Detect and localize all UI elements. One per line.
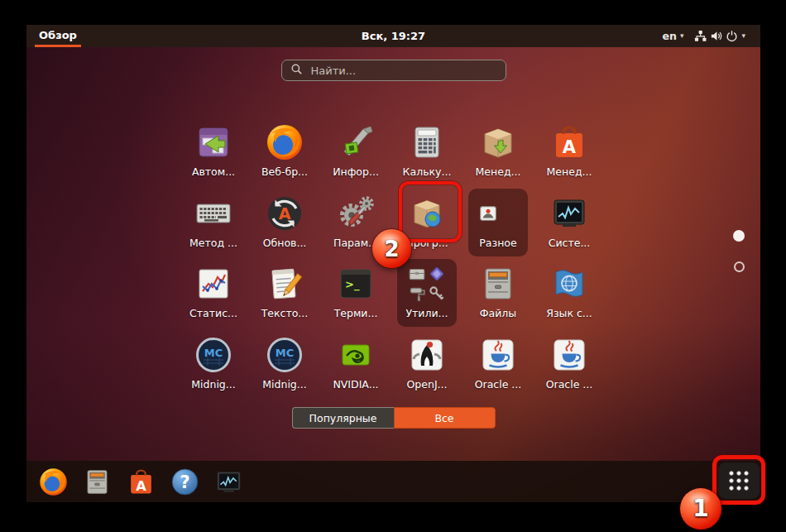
app-item-hardware-info[interactable]: Инфор... — [320, 117, 391, 185]
system-monitor-icon — [549, 194, 589, 233]
power-icon — [726, 30, 738, 42]
show-applications-button[interactable] — [718, 463, 760, 499]
mini-roller-icon — [408, 285, 426, 303]
app-item-programs-box[interactable]: Прогр... — [391, 189, 462, 256]
app-label: Терми... — [334, 307, 378, 319]
package-manager-icon — [478, 122, 518, 162]
activities-button[interactable]: Обзор — [35, 25, 81, 47]
app-item-language[interactable]: Язык с... — [534, 259, 605, 327]
app-item-text-editor[interactable]: Тексто... — [249, 259, 320, 327]
language-icon — [549, 264, 589, 304]
calculator-icon — [407, 122, 447, 162]
app-item-files[interactable]: Файлы — [462, 259, 534, 327]
app-item-settings[interactable]: Парам... — [320, 189, 391, 256]
workspace-indicator-active[interactable] — [733, 230, 745, 242]
app-item-midnight-commander[interactable]: MCMidnig... — [178, 330, 249, 398]
app-item-automation[interactable]: Автом... — [178, 117, 249, 185]
mini-photos-icon — [428, 265, 446, 283]
app-item-разное-folder[interactable]: Разное — [468, 189, 528, 256]
app-label: Обнов... — [263, 237, 307, 249]
workspace-indicator-next[interactable] — [734, 261, 745, 272]
dock-files[interactable] — [80, 465, 113, 498]
midnight-commander-icon: MC — [194, 335, 233, 375]
app-item-утили...-folder[interactable]: Утили... — [397, 259, 457, 327]
clock[interactable]: Вск, 19:27 — [362, 25, 425, 47]
software-store-icon: A — [126, 467, 156, 497]
system-tray: en ▾ ▾ — [663, 25, 745, 47]
top-bar: Обзор Вск, 19:27 en ▾ ▾ — [26, 25, 760, 47]
app-label: Систе... — [549, 237, 591, 249]
app-label: Менед... — [547, 165, 592, 178]
terminal-icon: >_ — [336, 264, 376, 304]
system-menu[interactable]: ▾ — [694, 30, 745, 42]
app-label: Файлы — [480, 307, 516, 319]
app-label: Тексто... — [261, 307, 309, 319]
app-label: Oracle ... — [546, 378, 593, 391]
dock-ubuntu-software[interactable]: A — [124, 465, 157, 498]
chevron-down-icon: ▾ — [741, 32, 745, 40]
java-icon — [478, 335, 518, 375]
app-item-software-updater[interactable]: AОбнов... — [249, 189, 320, 256]
screenshot-stage: Обзор Вск, 19:27 en ▾ ▾ — [0, 0, 786, 532]
svg-text:>_: >_ — [345, 278, 360, 291]
hardware-info-icon — [336, 122, 376, 162]
keyboard-layout-label: en — [663, 30, 677, 42]
app-item-statistics[interactable]: Статис... — [178, 259, 249, 327]
app-label: Разное — [479, 237, 516, 249]
app-label: Парам... — [333, 237, 378, 249]
app-item-java[interactable]: Oracle ... — [462, 330, 534, 398]
app-item-keyboard[interactable]: Метод ... — [178, 189, 249, 256]
app-item-calculator[interactable]: Кальку... — [391, 117, 462, 185]
search-field[interactable] — [281, 60, 506, 81]
app-label: Midnig... — [191, 378, 235, 391]
dock-help[interactable]: ? — [168, 465, 201, 498]
app-folder-icon — [407, 264, 447, 304]
app-item-java[interactable]: Oracle ... — [534, 330, 605, 398]
statistics-icon — [194, 264, 233, 304]
keyboard-layout-indicator[interactable]: en ▾ — [663, 30, 684, 42]
chevron-down-icon: ▾ — [680, 32, 684, 40]
gnome-activities-overview: Обзор Вск, 19:27 en ▾ ▾ — [26, 25, 760, 502]
app-label: Кальку... — [403, 165, 452, 178]
mini-screenshot-icon — [479, 204, 497, 223]
app-item-terminal[interactable]: >_Терми... — [320, 259, 391, 327]
app-folder-icon — [478, 194, 518, 233]
openjdk-icon — [407, 335, 447, 375]
app-item-firefox[interactable]: Веб-бр... — [249, 117, 320, 185]
filter-frequent-button[interactable]: Популярные — [292, 407, 394, 429]
mini-keys-icon — [428, 285, 446, 303]
mini-archive-icon — [408, 265, 426, 283]
dock: A? — [26, 461, 760, 502]
settings-icon — [336, 194, 376, 233]
app-label: Веб-бр... — [261, 165, 308, 178]
app-label: Язык с... — [546, 307, 592, 319]
app-label: Midnig... — [262, 378, 306, 391]
search-input[interactable] — [309, 64, 497, 78]
filter-all-button[interactable]: Все — [394, 407, 496, 429]
files-icon — [478, 264, 518, 304]
help-icon: ? — [170, 467, 200, 497]
app-label: Статис... — [189, 307, 237, 319]
volume-icon — [710, 30, 722, 42]
app-item-software-store[interactable]: AМенед... — [534, 117, 605, 185]
app-label: Автом... — [192, 165, 235, 178]
nvidia-icon — [336, 335, 376, 375]
app-item-midnight-commander[interactable]: MCMidnig... — [249, 330, 320, 398]
dock-system-monitor[interactable] — [212, 465, 245, 498]
firefox-icon — [265, 122, 304, 162]
search-icon — [290, 63, 303, 79]
app-item-system-monitor[interactable]: Систе... — [534, 189, 605, 256]
svg-text:A: A — [279, 204, 291, 223]
software-updater-icon: A — [265, 194, 304, 233]
dock-firefox[interactable] — [36, 465, 69, 498]
svg-text:A: A — [563, 137, 577, 157]
automation-icon — [194, 122, 233, 162]
app-item-nvidia[interactable]: NVIDIA... — [320, 330, 391, 398]
firefox-icon — [38, 467, 69, 497]
svg-text:?: ? — [180, 472, 189, 491]
app-item-package-manager[interactable]: Менед... — [462, 117, 534, 185]
files-icon — [82, 467, 113, 497]
app-item-openjdk[interactable]: OpenJ... — [391, 330, 462, 398]
app-filter-toggle: Популярные Все — [292, 407, 496, 429]
keyboard-icon — [194, 194, 233, 233]
